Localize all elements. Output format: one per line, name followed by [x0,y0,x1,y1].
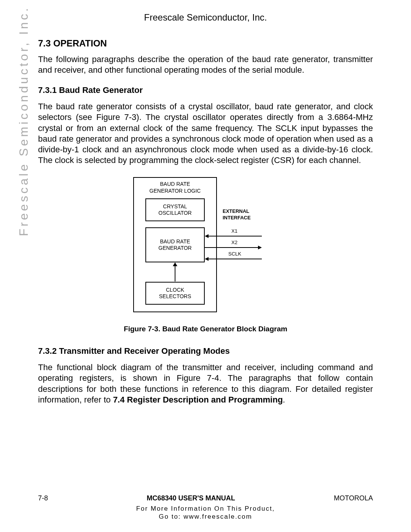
footer-info-l2: Go to: www.freescale.com [159,513,252,520]
diagram-ext-l1: EXTERNAL [223,208,249,214]
header-company: Freescale Semiconductor, Inc. [38,12,373,23]
diagram-box-clk-l1: CLOCK [166,287,184,293]
diagram-box-crystal-oscillator: CRYSTAL OSCILLATOR [145,198,205,221]
diagram-box-crystal-l1: CRYSTAL [163,203,187,209]
section-heading-7-3-1: 7.3.1 Baud Rate Generator [38,85,373,95]
diagram-box-clock-selectors: CLOCK SELECTORS [145,282,205,305]
figure-7-3-caption: Figure 7-3. Baud Rate Generator Block Di… [38,325,373,333]
arrow-left-icon [205,233,262,239]
arrow-right-icon [205,245,262,250]
svg-marker-3 [205,234,209,238]
footer-info: For More Information On This Product, Go… [38,505,373,521]
diagram-box-brg-l2: GENERATOR [158,245,191,251]
diagram-box-baud-rate-generator: BAUD RATE GENERATOR [145,227,205,262]
section-heading-7-3: 7.3 OPERATION [38,38,373,49]
diagram-container: BAUD RATE GENERATOR LOGIC CRYSTAL OSCILL… [133,177,278,314]
watermark-text: Freescale Semiconductor, Inc. [17,6,31,236]
diagram-top-label: BAUD RATE GENERATOR LOGIC [133,181,217,194]
section-heading-7-3-2: 7.3.2 Transmitter and Receiver Operating… [38,346,373,356]
diagram-top-label-l2: GENERATOR LOGIC [150,188,201,194]
section-7-3-2-ref: 7.4 Register Description and Programming [113,395,283,404]
footer-brand: MOTOROLA [334,494,373,502]
diagram-ext-l2: INTERFACE [223,215,251,220]
arrow-left-icon-2 [205,256,262,262]
diagram-external-interface-label: EXTERNAL INTERFACE [223,208,251,221]
svg-marker-5 [258,246,262,249]
footer-manual-title: MC68340 USER'S MANUAL [147,494,235,502]
section-7-3-1-para: The baud rate generator consists of a cr… [38,101,373,166]
diagram-box-brg-l1: BAUD RATE [160,238,190,244]
diagram-signal-x1: X1 [231,228,237,234]
footer-page-number: 7-8 [38,494,48,502]
section-7-3-2-text-after: . [283,395,285,404]
diagram-box-crystal-l2: OSCILLATOR [158,210,191,216]
page-footer: 7-8 MC68340 USER'S MANUAL MOTOROLA For M… [38,494,373,521]
svg-marker-7 [205,257,209,261]
diagram-top-label-l1: BAUD RATE [160,181,190,187]
section-7-3-intro: The following paragraphs describe the op… [38,54,373,75]
diagram-signal-sclk: SCLK [228,251,241,257]
footer-info-l1: For More Information On This Product, [136,505,275,512]
diagram-signal-x2: X2 [231,240,237,245]
figure-7-3: BAUD RATE GENERATOR LOGIC CRYSTAL OSCILL… [38,177,373,316]
section-7-3-2-para: The functional block diagram of the tran… [38,362,373,405]
footer-row: 7-8 MC68340 USER'S MANUAL MOTOROLA [38,494,373,502]
diagram-box-clk-l2: SELECTORS [159,293,191,299]
arrow-up-icon [171,262,179,282]
page: Freescale Semiconductor, Inc. Freescale … [0,0,411,532]
svg-marker-1 [173,262,177,266]
